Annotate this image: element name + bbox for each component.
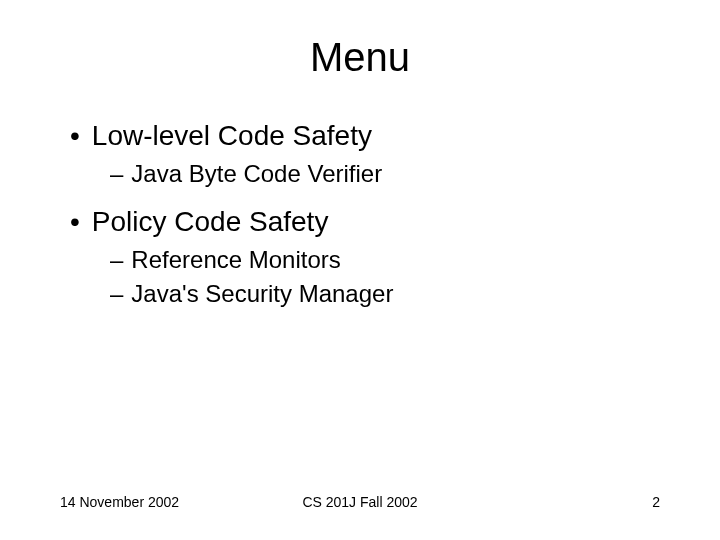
bullet-marker-dash: – (110, 160, 123, 188)
bullet-marker-dot: • (70, 206, 80, 238)
bullet-text: Low-level Code Safety (92, 120, 372, 152)
bullet-marker-dot: • (70, 120, 80, 152)
bullet-text: Reference Monitors (131, 246, 340, 274)
footer-page-number: 2 (652, 494, 660, 510)
bullet-level1: • Low-level Code Safety (70, 120, 660, 152)
bullet-level1: • Policy Code Safety (70, 206, 660, 238)
bullet-marker-dash: – (110, 246, 123, 274)
bullet-marker-dash: – (110, 280, 123, 308)
slide-container: Menu • Low-level Code Safety – Java Byte… (0, 0, 720, 540)
slide-footer: 14 November 2002 CS 201J Fall 2002 2 (0, 494, 720, 510)
bullet-level2: – Reference Monitors (110, 246, 660, 274)
bullet-level2: – Java Byte Code Verifier (110, 160, 660, 188)
footer-date: 14 November 2002 (60, 494, 179, 510)
slide-title: Menu (60, 35, 660, 80)
bullet-level2: – Java's Security Manager (110, 280, 660, 308)
bullet-text: Java Byte Code Verifier (131, 160, 382, 188)
slide-content: • Low-level Code Safety – Java Byte Code… (60, 120, 660, 308)
footer-course: CS 201J Fall 2002 (302, 494, 417, 510)
bullet-text: Java's Security Manager (131, 280, 393, 308)
bullet-text: Policy Code Safety (92, 206, 329, 238)
